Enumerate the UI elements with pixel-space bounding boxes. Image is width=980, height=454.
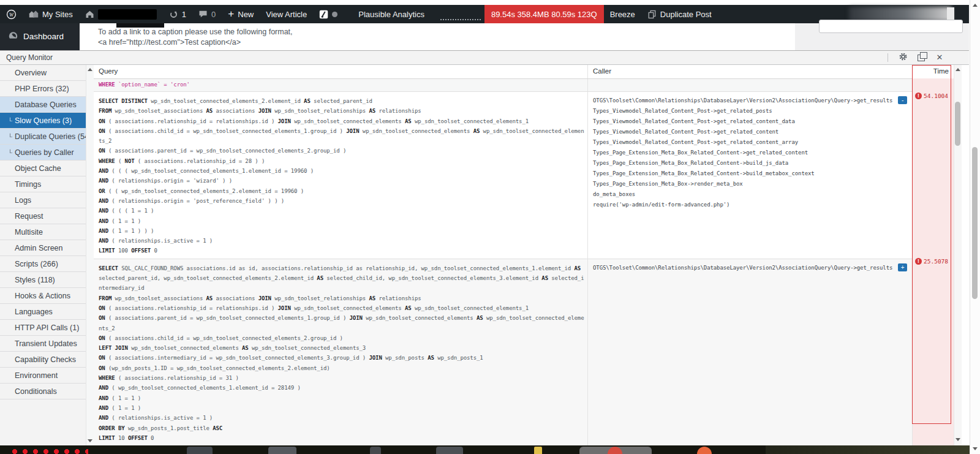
qm-menu-item-label: Queries by Caller	[15, 148, 74, 157]
qm-menu-item[interactable]: └Queries by Caller	[0, 145, 86, 161]
stack-frame: Types_Page_Extension_Meta_Box_Related_Co…	[593, 148, 907, 158]
column-header-caller[interactable]: Caller	[587, 65, 912, 78]
copy-pages-icon	[647, 10, 657, 19]
plausible-menu[interactable]: Plausible Analytics	[352, 5, 431, 23]
wp-logo-menu[interactable]: W	[0, 5, 23, 23]
qm-menu-item[interactable]: Request	[0, 208, 86, 224]
sql-cell: SELECT SQL_CALC_FOUND_ROWS associations.…	[94, 259, 587, 445]
column-header-time[interactable]: Time	[912, 65, 954, 78]
scroll-down-arrow-icon[interactable]	[973, 447, 978, 450]
yoast-icon	[319, 10, 328, 19]
new-content-menu[interactable]: + New	[222, 5, 260, 23]
my-sites-menu[interactable]: My Sites	[23, 5, 79, 23]
qm-menu-item[interactable]: Environment	[0, 368, 86, 384]
comment-icon	[198, 10, 208, 18]
my-sites-label: My Sites	[42, 10, 73, 19]
qm-menu-item[interactable]: Styles (118)	[0, 272, 86, 288]
caller-toggle-button[interactable]: +	[898, 263, 907, 271]
query-row[interactable]: SELECT SQL_CALC_FOUND_ROWS associations.…	[94, 259, 954, 445]
qm-menu-item-label: Environment	[15, 371, 58, 380]
dashboard-label: Dashboard	[23, 32, 64, 41]
scroll-up-arrow-icon[interactable]	[956, 68, 960, 71]
duplicate-post-menu[interactable]: Duplicate Post	[641, 5, 718, 23]
sub-item-glyph: └	[8, 145, 15, 161]
dock-icon[interactable]	[436, 447, 463, 454]
sub-item-glyph: └	[8, 113, 15, 129]
breeze-menu[interactable]: Breeze	[604, 5, 641, 23]
qm-menu-item[interactable]: Conditionals	[0, 384, 86, 399]
text-input[interactable]	[819, 20, 963, 33]
updates-menu[interactable]: 1	[163, 5, 192, 23]
comments-count: 0	[211, 10, 216, 19]
qm-menu-item-label: Overview	[15, 69, 47, 77]
new-label: New	[238, 10, 254, 19]
qm-menu-item[interactable]: └Slow Queries (3)	[0, 113, 86, 129]
qm-menu-item[interactable]: PHP Errors (32)	[0, 81, 86, 97]
comments-menu[interactable]: 0	[192, 5, 222, 23]
qm-menu-item[interactable]: Languages	[0, 304, 86, 320]
stack-frame: Types_Page_Extension_Meta_Box->render_me…	[593, 179, 907, 189]
site-name-menu[interactable]	[79, 5, 163, 23]
qm-titlebar: Query Monitor ✕	[0, 51, 969, 65]
qm-menu-item[interactable]: HTTP API Calls (1)	[0, 320, 86, 336]
scroll-down-arrow-icon[interactable]	[88, 439, 92, 442]
query-monitor-panel: Query Monitor ✕ Overview PHP Errors (32)	[0, 50, 969, 445]
qm-menu-item-label: Request	[15, 212, 43, 221]
query-row-fragment[interactable]: WHERE `option_name` = 'cron'	[94, 79, 954, 92]
qm-menu-scrollbar[interactable]	[86, 65, 94, 445]
scroll-up-arrow-icon[interactable]	[88, 68, 92, 71]
view-article-link[interactable]: View Article	[260, 5, 313, 23]
dock-icon[interactable]	[697, 447, 712, 454]
caller-toggle-button[interactable]: -	[898, 96, 907, 104]
dock-icon[interactable]	[534, 447, 542, 454]
column-header-query[interactable]: Query	[94, 65, 587, 78]
status-dot-icon	[332, 12, 337, 17]
panel-gap	[962, 65, 970, 445]
query-row[interactable]: SELECT DISTINCT wp_sdn_toolset_connected…	[94, 92, 954, 259]
divider	[888, 53, 888, 62]
qm-content-scrollbar[interactable]	[954, 65, 962, 445]
avatar	[947, 7, 954, 21]
page-fragment	[116, 23, 164, 28]
dock-icon[interactable]	[187, 447, 213, 454]
caption-hint-line1: To add a link to a caption please use th…	[98, 27, 795, 37]
qm-menu-item[interactable]: Object Cache	[0, 161, 86, 176]
query-monitor-stats[interactable]: 89.54s 358.4MB 80.59s 123Q	[484, 5, 604, 23]
popout-button[interactable]	[916, 53, 926, 62]
redacted-scribble	[10, 447, 88, 454]
qm-menu-item[interactable]: Overview	[0, 65, 86, 81]
sql-fragment: WHERE `option_name` = 'cron'	[94, 79, 587, 91]
qm-menu-item-label: Duplicate Queries (54)	[15, 132, 91, 141]
scrollbar-thumb[interactable]	[955, 102, 960, 146]
qm-menu-item-label: Styles (118)	[15, 276, 55, 284]
qm-menu-item[interactable]: Logs	[0, 192, 86, 208]
qm-menu-item[interactable]: Hooks & Actions	[0, 288, 86, 304]
qm-menu-item[interactable]: Timings	[0, 176, 86, 192]
update-icon	[169, 10, 178, 19]
scroll-up-arrow-icon[interactable]	[973, 4, 978, 7]
qm-menu-item[interactable]: Transient Updates	[0, 336, 86, 352]
scrollbar-thumb[interactable]	[972, 147, 978, 299]
dock-icon[interactable]	[370, 447, 381, 454]
settings-button[interactable]	[898, 53, 908, 62]
qm-menu-item-label: HTTP API Calls (1)	[15, 323, 79, 332]
yoast-seo-menu[interactable]	[313, 5, 344, 23]
stack-frame: Types_Viewmodel_Related_Content_Post->ge…	[593, 106, 907, 116]
sidebar-item-dashboard[interactable]: Dashboard	[0, 23, 80, 41]
browser-scrollbar[interactable]	[970, 0, 980, 454]
qm-menu-item[interactable]: Admin Screen	[0, 240, 86, 256]
sub-item-glyph: └	[8, 129, 15, 145]
sql-cell: SELECT DISTINCT wp_sdn_toolset_connected…	[94, 92, 587, 259]
qm-title: Query Monitor	[6, 53, 53, 62]
scroll-down-arrow-icon[interactable]	[956, 438, 960, 441]
close-button[interactable]: ✕	[935, 53, 944, 62]
qm-menu-item[interactable]: Capability Checks	[0, 352, 86, 368]
dock-icon[interactable]	[268, 447, 296, 454]
wp-admin-sidebar: Dashboard	[0, 23, 80, 50]
qm-menu-item[interactable]: Scripts (266)	[0, 256, 86, 272]
caller-cell: +OTGS\Toolset\Common\Relationships\Datab…	[587, 259, 912, 445]
qm-menu-item[interactable]: Multisite	[0, 224, 86, 240]
qm-menu-item[interactable]: Database Queries	[0, 97, 86, 113]
qm-menu-item-label: Logs	[15, 196, 31, 205]
qm-menu-item[interactable]: └Duplicate Queries (54)	[0, 129, 86, 145]
